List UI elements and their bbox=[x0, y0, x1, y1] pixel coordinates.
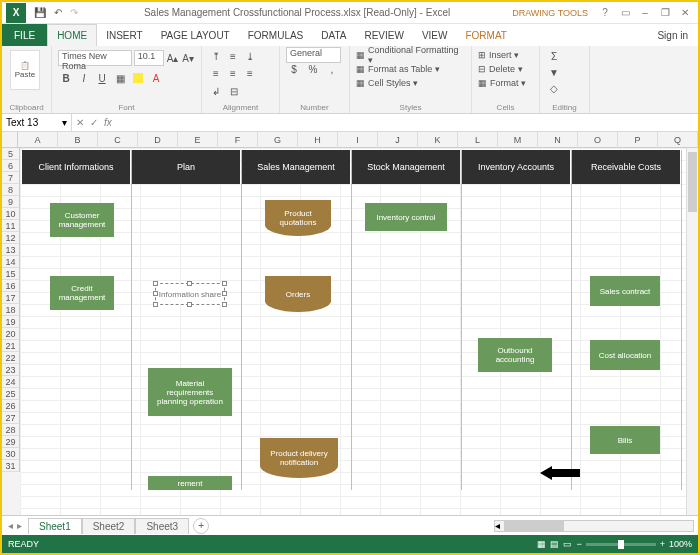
row-header[interactable]: 5 bbox=[2, 148, 20, 160]
cell-styles-button[interactable]: ▦Cell Styles ▾ bbox=[356, 76, 465, 90]
sheet-tab-2[interactable]: Sheet2 bbox=[82, 518, 136, 534]
shape-outbound-accounting[interactable]: Outbound accounting bbox=[478, 338, 552, 372]
col-header[interactable]: A bbox=[18, 132, 58, 148]
col-header[interactable]: F bbox=[218, 132, 258, 148]
shape-sales-contract[interactable]: Sales contract bbox=[590, 276, 660, 306]
row-header[interactable]: 12 bbox=[2, 232, 20, 244]
tab-view[interactable]: VIEW bbox=[413, 24, 457, 46]
tab-page-layout[interactable]: PAGE LAYOUT bbox=[152, 24, 239, 46]
row-header[interactable]: 9 bbox=[2, 196, 20, 208]
row-header[interactable]: 15 bbox=[2, 268, 20, 280]
shape-customer-management[interactable]: Customer management bbox=[50, 203, 114, 237]
zoom-level[interactable]: 100% bbox=[669, 539, 692, 549]
sheet-tab-1[interactable]: Sheet1 bbox=[28, 518, 82, 534]
vertical-scrollbar[interactable] bbox=[686, 148, 698, 515]
shape-orders[interactable]: Orders bbox=[265, 276, 331, 312]
col-header[interactable]: K bbox=[418, 132, 458, 148]
zoom-slider[interactable] bbox=[586, 543, 656, 546]
border-button[interactable]: ▦ bbox=[112, 70, 128, 86]
enter-fx-icon[interactable]: ✓ bbox=[90, 117, 98, 128]
fx-icon[interactable]: fx bbox=[104, 117, 112, 128]
font-name-select[interactable]: Times New Roma bbox=[58, 50, 132, 66]
column-headers[interactable]: ABCDEFGHIJKLMNOPQ bbox=[18, 132, 698, 148]
italic-button[interactable]: I bbox=[76, 70, 92, 86]
row-header[interactable]: 8 bbox=[2, 184, 20, 196]
zoom-in-button[interactable]: + bbox=[660, 539, 665, 549]
col-header[interactable]: J bbox=[378, 132, 418, 148]
tab-file[interactable]: FILE bbox=[2, 24, 47, 46]
row-header[interactable]: 23 bbox=[2, 364, 20, 376]
conditional-formatting-button[interactable]: ▦Conditional Formatting ▾ bbox=[356, 48, 465, 62]
add-sheet-button[interactable]: + bbox=[193, 518, 209, 534]
percent-button[interactable]: % bbox=[305, 61, 321, 77]
merge-button[interactable]: ⊟ bbox=[226, 83, 242, 99]
comma-button[interactable]: , bbox=[324, 61, 340, 77]
shape-product-delivery[interactable]: Product delivery notification bbox=[260, 438, 338, 478]
normal-view-icon[interactable]: ▦ bbox=[537, 539, 546, 549]
currency-button[interactable]: $ bbox=[286, 61, 302, 77]
tab-insert[interactable]: INSERT bbox=[97, 24, 152, 46]
shape-product-quotations[interactable]: Product quotations bbox=[265, 200, 331, 236]
align-center-button[interactable]: ≡ bbox=[225, 65, 241, 81]
col-header[interactable]: B bbox=[58, 132, 98, 148]
autosum-button[interactable]: Σ bbox=[546, 48, 562, 64]
decrease-font-button[interactable]: A▾ bbox=[181, 50, 195, 66]
bold-button[interactable]: B bbox=[58, 70, 74, 86]
tab-scroll-prev-icon[interactable]: ◂ bbox=[8, 520, 13, 531]
select-all-corner[interactable] bbox=[2, 132, 18, 148]
qa-save[interactable]: 💾 bbox=[34, 7, 46, 18]
col-header[interactable]: I bbox=[338, 132, 378, 148]
page-layout-view-icon[interactable]: ▤ bbox=[550, 539, 559, 549]
row-header[interactable]: 6 bbox=[2, 160, 20, 172]
shape-cost-allocation[interactable]: Cost allocation bbox=[590, 340, 660, 370]
font-size-select[interactable]: 10.1 bbox=[134, 50, 164, 66]
tab-scroll-next-icon[interactable]: ▸ bbox=[17, 520, 22, 531]
row-header[interactable]: 27 bbox=[2, 412, 20, 424]
font-color-button[interactable]: A bbox=[148, 70, 164, 86]
align-middle-button[interactable]: ≡ bbox=[225, 48, 241, 64]
page-break-view-icon[interactable]: ▭ bbox=[563, 539, 572, 549]
row-headers[interactable]: 5678910111213141516171819202122232425262… bbox=[2, 148, 20, 515]
row-header[interactable]: 21 bbox=[2, 340, 20, 352]
format-cells-button[interactable]: ▦Format ▾ bbox=[478, 76, 533, 90]
col-header[interactable]: P bbox=[618, 132, 658, 148]
col-header[interactable]: M bbox=[498, 132, 538, 148]
row-header[interactable]: 24 bbox=[2, 376, 20, 388]
col-header[interactable]: G bbox=[258, 132, 298, 148]
name-box[interactable]: Text 13▾ bbox=[2, 114, 72, 131]
col-header[interactable]: L bbox=[458, 132, 498, 148]
row-header[interactable]: 25 bbox=[2, 388, 20, 400]
worksheet-grid[interactable]: Client Informations Plan Sales Managemen… bbox=[20, 148, 698, 515]
shape-inventory-control[interactable]: Inventory control bbox=[365, 203, 447, 231]
col-header[interactable]: Q bbox=[658, 132, 698, 148]
row-header[interactable]: 22 bbox=[2, 352, 20, 364]
col-header[interactable]: N bbox=[538, 132, 578, 148]
qa-redo[interactable]: ↷ bbox=[70, 7, 78, 18]
horizontal-scrollbar[interactable]: ◂ bbox=[494, 520, 694, 532]
row-header[interactable]: 13 bbox=[2, 244, 20, 256]
align-top-button[interactable]: ⤒ bbox=[208, 48, 224, 64]
restore-icon[interactable]: ❐ bbox=[658, 7, 672, 18]
shape-material-requirements[interactable]: Material requirements planning operation bbox=[148, 368, 232, 416]
sheet-tab-3[interactable]: Sheet3 bbox=[135, 518, 189, 534]
row-header[interactable]: 20 bbox=[2, 328, 20, 340]
fill-color-button[interactable] bbox=[130, 70, 146, 86]
row-header[interactable]: 16 bbox=[2, 280, 20, 292]
row-header[interactable]: 30 bbox=[2, 448, 20, 460]
qa-undo[interactable]: ↶ bbox=[54, 7, 62, 18]
tab-home[interactable]: HOME bbox=[47, 24, 97, 46]
row-header[interactable]: 19 bbox=[2, 316, 20, 328]
cancel-fx-icon[interactable]: ✕ bbox=[76, 117, 84, 128]
col-header[interactable]: D bbox=[138, 132, 178, 148]
wrap-text-button[interactable]: ↲ bbox=[208, 83, 224, 99]
shape-partial[interactable]: rement bbox=[148, 476, 232, 490]
tab-formulas[interactable]: FORMULAS bbox=[239, 24, 313, 46]
ribbon-toggle-icon[interactable]: ▭ bbox=[618, 7, 632, 18]
row-header[interactable]: 17 bbox=[2, 292, 20, 304]
align-right-button[interactable]: ≡ bbox=[242, 65, 258, 81]
clear-button[interactable]: ◇ bbox=[546, 80, 562, 96]
insert-cells-button[interactable]: ⊞Insert ▾ bbox=[478, 48, 533, 62]
col-header[interactable]: O bbox=[578, 132, 618, 148]
col-header[interactable]: C bbox=[98, 132, 138, 148]
row-header[interactable]: 31 bbox=[2, 460, 20, 472]
